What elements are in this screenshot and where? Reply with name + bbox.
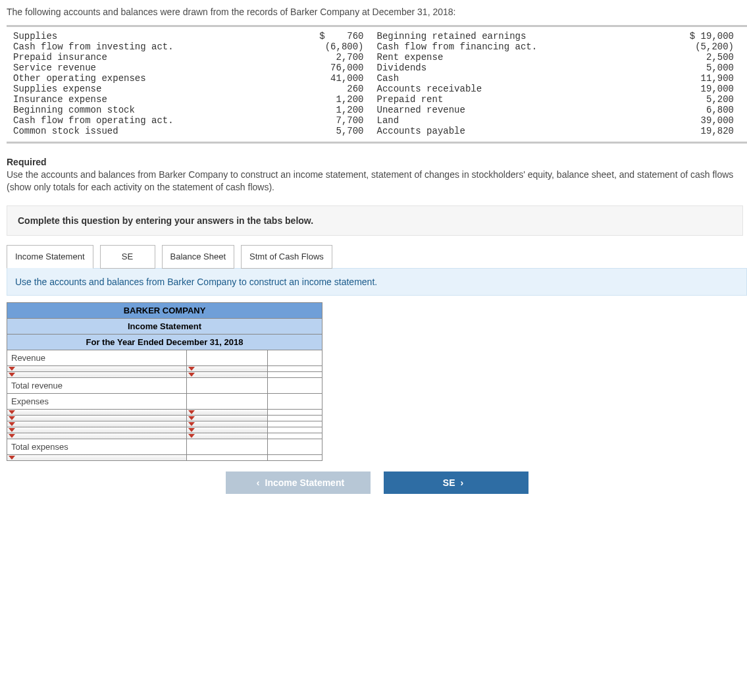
tab-se[interactable]: SE	[100, 245, 155, 269]
tab-label: Income Statement	[15, 252, 85, 261]
cell[interactable]	[187, 393, 268, 409]
cell[interactable]	[268, 439, 322, 454]
ws-company: BARKER COMPANY	[7, 302, 322, 318]
caret-down-icon	[188, 416, 195, 420]
caret-down-icon	[9, 422, 15, 426]
tab-label: SE	[122, 252, 133, 261]
tab-bar: Income Statement SE Balance Sheet Stmt o…	[7, 245, 747, 269]
caret-down-icon	[188, 410, 195, 414]
cell[interactable]	[268, 454, 322, 460]
dropdown-amount[interactable]	[187, 409, 268, 415]
cell[interactable]	[187, 350, 268, 365]
cell[interactable]	[268, 421, 322, 427]
ws-period: For the Year Ended December 31, 2018	[7, 334, 322, 350]
dropdown-amount[interactable]	[187, 371, 268, 377]
caret-down-icon	[9, 428, 15, 432]
dropdown-amount[interactable]	[187, 427, 268, 433]
prev-button[interactable]: ‹ Income Statement	[226, 471, 371, 494]
next-label: SE	[443, 477, 455, 488]
cell[interactable]	[187, 454, 268, 460]
cell[interactable]	[268, 371, 322, 377]
row-total-expenses-label: Total expenses	[7, 439, 187, 454]
cell[interactable]	[268, 433, 322, 439]
caret-down-icon	[9, 373, 15, 377]
dropdown-account[interactable]	[7, 371, 187, 377]
cell[interactable]	[187, 439, 268, 454]
caret-down-icon	[188, 422, 195, 426]
caret-down-icon	[9, 367, 15, 371]
cell[interactable]	[268, 377, 322, 393]
cell[interactable]	[268, 350, 322, 365]
intro-text: The following accounts and balances were…	[7, 7, 747, 17]
tab-balance-sheet[interactable]: Balance Sheet	[162, 245, 235, 269]
dropdown-account[interactable]	[7, 427, 187, 433]
chevron-right-icon: ›	[461, 477, 464, 488]
row-expenses-label: Expenses	[7, 393, 187, 409]
dropdown-account[interactable]	[7, 365, 187, 371]
caret-down-icon	[188, 367, 195, 371]
dropdown-amount[interactable]	[187, 421, 268, 427]
row-total-revenue-label: Total revenue	[7, 377, 187, 393]
cell[interactable]	[268, 415, 322, 421]
tab-stmt-cash-flows[interactable]: Stmt of Cash Flows	[241, 245, 332, 269]
nav-buttons: ‹ Income Statement SE ›	[7, 471, 747, 494]
caret-down-icon	[9, 416, 15, 420]
worksheet: BARKER COMPANY Income Statement For the …	[7, 302, 747, 461]
caret-down-icon	[9, 434, 15, 438]
answer-instruction: Complete this question by entering your …	[7, 205, 743, 236]
row-revenue-label: Revenue	[7, 350, 187, 365]
tab-label: Balance Sheet	[170, 252, 226, 261]
dropdown-amount[interactable]	[187, 365, 268, 371]
accounts-table: Supplies Cash flow from investing act. P…	[7, 25, 747, 144]
required-heading: Required	[7, 157, 747, 167]
tab-instruction: Use the accounts and balances from Barke…	[7, 268, 747, 296]
dropdown-account[interactable]	[7, 415, 187, 421]
dropdown-account[interactable]	[7, 421, 187, 427]
cell[interactable]	[268, 427, 322, 433]
required-text: Use the accounts and balances from Barke…	[7, 169, 747, 194]
prev-label: Income Statement	[265, 477, 345, 488]
dropdown-amount[interactable]	[187, 415, 268, 421]
next-button[interactable]: SE ›	[384, 471, 528, 494]
caret-down-icon	[188, 434, 195, 438]
caret-down-icon	[9, 456, 15, 460]
cell[interactable]	[268, 409, 322, 415]
caret-down-icon	[9, 410, 15, 414]
dropdown-amount[interactable]	[187, 433, 268, 439]
tab-income-statement[interactable]: Income Statement	[7, 245, 93, 269]
ws-title: Income Statement	[7, 318, 322, 334]
tab-label: Stmt of Cash Flows	[249, 252, 324, 261]
chevron-left-icon: ‹	[257, 477, 260, 488]
cell[interactable]	[268, 365, 322, 371]
caret-down-icon	[188, 428, 195, 432]
dropdown-account[interactable]	[7, 409, 187, 415]
cell[interactable]	[187, 377, 268, 393]
dropdown-account[interactable]	[7, 454, 187, 460]
caret-down-icon	[188, 373, 195, 377]
dropdown-account[interactable]	[7, 433, 187, 439]
cell[interactable]	[268, 393, 322, 409]
